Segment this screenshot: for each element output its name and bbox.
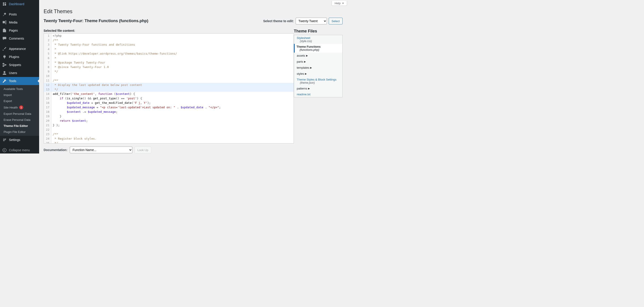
chevron-right-icon: ▶: [308, 87, 310, 90]
menu-media[interactable]: Media: [0, 18, 39, 27]
tools-submenu: Available Tools Import Export Site Healt…: [0, 85, 39, 136]
tree-folder-styles[interactable]: styles▶: [294, 71, 342, 77]
menu-label: Users: [9, 71, 17, 75]
file-tree: Theme Files Stylesheet (style.css) Theme…: [294, 29, 342, 154]
media-icon: [2, 20, 7, 25]
theme-dropdown[interactable]: Twenty Twenty-Four: [296, 18, 327, 24]
menu-label: Settings: [9, 138, 20, 142]
chevron-right-icon: ▶: [304, 60, 306, 63]
menu-tools[interactable]: Tools: [0, 77, 39, 85]
menu-dashboard[interactable]: Dashboard: [0, 0, 39, 8]
user-icon: [2, 71, 7, 75]
comment-icon: [2, 36, 7, 41]
theme-select-label: Select theme to edit:: [263, 19, 294, 23]
brush-icon: [2, 47, 7, 51]
menu-label: Comments: [9, 37, 24, 40]
submenu-export[interactable]: Export: [0, 98, 39, 104]
settings-icon: [2, 138, 7, 142]
menu-collapse[interactable]: Collapse menu: [0, 146, 39, 154]
select-button[interactable]: Select: [329, 18, 342, 24]
menu-users[interactable]: Users: [0, 69, 39, 77]
tree-item-theme-json[interactable]: Theme Styles & Block Settings (theme.jso…: [294, 77, 342, 86]
menu-pages[interactable]: Pages: [0, 27, 39, 35]
menu-label: Dashboard: [9, 2, 24, 6]
menu-label: Snippets: [9, 63, 21, 67]
submenu-plugin-file-editor[interactable]: Plugin File Editor: [0, 129, 39, 135]
submenu-theme-file-editor[interactable]: Theme File Editor: [0, 123, 39, 129]
file-title: Twenty Twenty-Four: Theme Functions (fun…: [44, 19, 148, 23]
submenu-available-tools[interactable]: Available Tools: [0, 86, 39, 92]
menu-appearance[interactable]: Appearance: [0, 45, 39, 53]
collapse-icon: [2, 148, 7, 152]
badge: 1: [19, 105, 23, 109]
documentation-row: Documentation: Function Name... Look Up: [44, 147, 294, 153]
submenu-site-health[interactable]: Site Health1: [0, 104, 39, 111]
doc-dropdown[interactable]: Function Name...: [70, 147, 132, 153]
svg-point-3: [5, 139, 6, 139]
menu-comments[interactable]: Comments: [0, 35, 39, 43]
menu-label: Media: [9, 21, 18, 24]
menu-label: Pages: [9, 29, 18, 32]
menu-label: Posts: [9, 13, 17, 16]
svg-point-1: [3, 66, 4, 67]
chevron-down-icon: ▼: [342, 2, 344, 5]
main-content: Help ▼ Edit Themes Twenty Twenty-Four: T…: [39, 0, 347, 154]
doc-label: Documentation:: [44, 148, 68, 152]
menu-label: Appearance: [9, 47, 26, 51]
svg-point-5: [3, 148, 6, 152]
theme-files-heading: Theme Files: [294, 29, 342, 34]
plug-icon: [2, 55, 7, 59]
tree-item-stylesheet[interactable]: Stylesheet (style.css): [294, 35, 342, 44]
help-tab[interactable]: Help ▼: [332, 1, 347, 6]
dashboard-icon: [2, 2, 7, 6]
pages-icon: [2, 28, 7, 33]
help-label: Help: [334, 2, 340, 5]
code-editor[interactable]: 1<?php 2/** 3 * Twenty Twenty-Four funct…: [44, 33, 294, 143]
pin-icon: [2, 12, 7, 17]
content-label: Selected file content:: [44, 29, 294, 33]
chevron-right-icon: ▶: [310, 67, 312, 69]
submenu-export-personal[interactable]: Export Personal Data: [0, 111, 39, 117]
tree-item-functions[interactable]: Theme Functions (functions.php): [294, 44, 342, 53]
tree-folder-assets[interactable]: assets▶: [294, 53, 342, 59]
theme-select-group: Select theme to edit: Twenty Twenty-Four…: [263, 18, 342, 24]
menu-snippets[interactable]: Snippets: [0, 61, 39, 69]
svg-point-4: [4, 140, 4, 141]
menu-settings[interactable]: Settings: [0, 136, 39, 144]
admin-sidebar: Dashboard Posts Media Pages Comments App…: [0, 0, 39, 154]
menu-label: Plugins: [9, 55, 19, 59]
tree-folder-templates[interactable]: templates▶: [294, 65, 342, 71]
menu-posts[interactable]: Posts: [0, 10, 39, 18]
tree-folder-parts[interactable]: parts▶: [294, 59, 342, 65]
chevron-right-icon: ▶: [305, 73, 307, 75]
submenu-import[interactable]: Import: [0, 92, 39, 98]
submenu-erase-personal[interactable]: Erase Personal Data: [0, 117, 39, 123]
tree-item-readme[interactable]: readme.txt: [294, 92, 342, 97]
scissors-icon: [2, 63, 7, 67]
lookup-button[interactable]: Look Up: [134, 147, 151, 153]
chevron-right-icon: ▶: [306, 54, 308, 57]
menu-label: Tools: [9, 79, 16, 83]
menu-plugins[interactable]: Plugins: [0, 53, 39, 61]
wrench-icon: [2, 79, 7, 83]
svg-point-0: [3, 63, 4, 65]
svg-point-2: [4, 71, 5, 73]
menu-label: Collapse menu: [9, 148, 30, 152]
tree-folder-patterns[interactable]: patterns▶: [294, 86, 342, 92]
page-title: Edit Themes: [44, 9, 342, 15]
